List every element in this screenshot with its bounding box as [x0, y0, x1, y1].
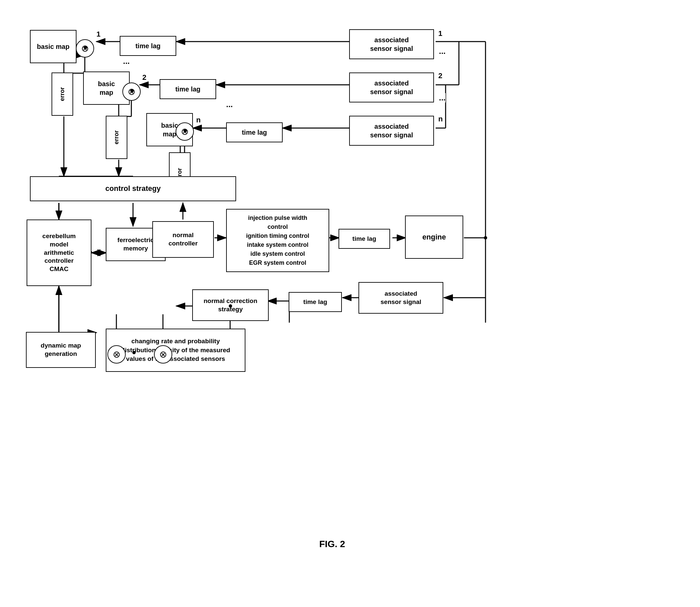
assoc-sensor-1: associatedsensor signal	[349, 29, 434, 59]
circle-cross-bottom-right	[154, 345, 172, 363]
figure-label: FIG. 2	[319, 539, 345, 549]
label-num1-right: 1	[438, 29, 442, 38]
dot-3	[184, 129, 187, 132]
dynamic-map-generation: dynamic mapgeneration	[26, 332, 96, 368]
dot-bottom-mid	[132, 351, 136, 354]
time-lag-engine: time lag	[339, 229, 390, 249]
cerebellum-cmac: cerebellummodelarithmeticcontrollerCMAC	[27, 219, 91, 286]
dot-1	[84, 46, 87, 49]
time-lag-sensor: time lag	[289, 292, 342, 312]
dots-right-1: ...	[439, 46, 446, 56]
error-1: error	[51, 72, 73, 116]
assoc-sensor-bottom: associatedsensor signal	[359, 282, 443, 314]
label-num2-circle: 2	[142, 73, 146, 82]
assoc-sensor-n: associatedsensor signal	[349, 116, 434, 146]
changing-rate-box: changing rate and probabilitydistributio…	[106, 329, 246, 372]
dots-left-1: ...	[123, 57, 130, 66]
circle-cross-bottom-left	[107, 345, 126, 363]
basic-map-1: basic map	[30, 30, 77, 63]
injection-block: injection pulse widthcontrolignition tim…	[226, 209, 329, 272]
label-num1-circle: 1	[97, 30, 101, 39]
time-lag-2: time lag	[160, 79, 216, 99]
label-num2-right: 2	[438, 71, 442, 80]
time-lag-n: time lag	[226, 122, 283, 142]
label-numn-right: n	[438, 115, 443, 123]
dots-center-1: ...	[226, 100, 233, 109]
error-2: error	[106, 116, 127, 159]
dot-engine-top	[484, 236, 487, 239]
dot-2	[130, 89, 134, 92]
normal-controller: normalcontroller	[152, 221, 214, 258]
engine: engine	[405, 215, 463, 259]
assoc-sensor-2: associatedsensor signal	[349, 72, 434, 102]
control-strategy: control strategy	[30, 176, 236, 201]
dots-right-2: ...	[439, 93, 446, 102]
dot-correction	[229, 304, 232, 308]
time-lag-1: time lag	[120, 36, 176, 56]
label-numn-circle: n	[196, 116, 200, 124]
diagram: basic map basicmap basicmap time lag tim…	[0, 0, 700, 607]
